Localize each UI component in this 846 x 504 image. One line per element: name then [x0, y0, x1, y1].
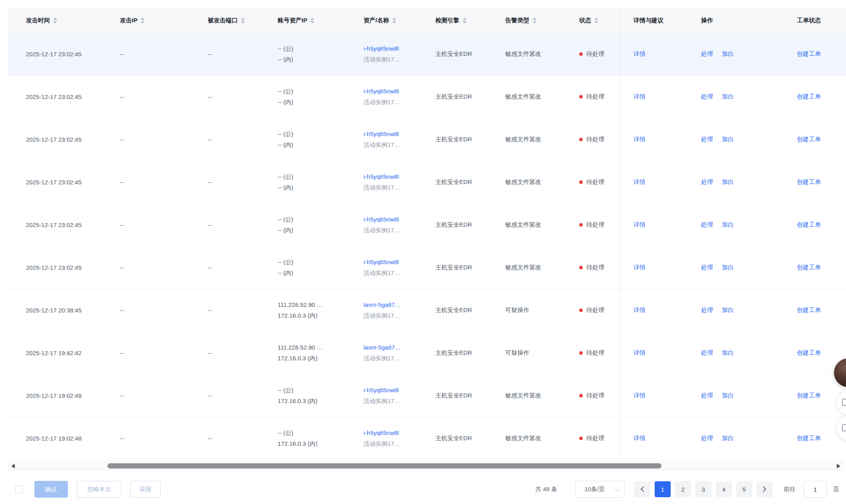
page-button-4[interactable]: 4 — [716, 481, 732, 497]
create-ticket-link[interactable]: 创建工单 — [797, 178, 821, 185]
page-button-3[interactable]: 3 — [695, 481, 711, 497]
handle-link[interactable]: 处理 — [701, 50, 713, 57]
whitelist-link[interactable]: 加白 — [722, 435, 734, 441]
asset-id-link[interactable]: i-h5yq65nw8l — [363, 130, 399, 137]
scroll-left-arrow-icon[interactable] — [11, 464, 15, 468]
cell-attack-ip: -- — [120, 392, 208, 399]
create-ticket-link[interactable]: 创建工单 — [797, 136, 821, 142]
detail-link[interactable]: 详情 — [634, 136, 645, 143]
page-size-select[interactable]: 10条/页 — [575, 481, 625, 498]
asset-id-link[interactable]: i-h5yq65nw8l — [363, 429, 399, 436]
status-label: 待处理 — [586, 264, 604, 271]
sort-icon[interactable] — [463, 18, 467, 24]
asset-id-link[interactable]: i-h5yq65nw8l — [363, 88, 399, 95]
column-header-attack-time[interactable]: 攻击时间 — [8, 17, 120, 24]
detail-link[interactable]: 详情 — [634, 93, 645, 101]
column-header-alert-type[interactable]: 告警类型 — [505, 17, 579, 24]
page-button-5[interactable]: 5 — [736, 481, 752, 497]
handle-link[interactable]: 处理 — [701, 93, 713, 100]
create-ticket-link[interactable]: 创建工单 — [797, 392, 821, 399]
asset-id-link[interactable]: i-h5yq65nw8l — [363, 173, 399, 180]
handle-link[interactable]: 处理 — [701, 264, 713, 271]
sort-icon[interactable] — [594, 18, 598, 24]
cell-account-asset-ip: 111.228.52.90 … 172.16.0.3 (内) — [278, 342, 363, 364]
whitelist-link[interactable]: 加白 — [722, 178, 734, 185]
detail-link[interactable]: 详情 — [634, 392, 645, 399]
create-ticket-link[interactable]: 创建工单 — [797, 221, 821, 228]
column-label: 被攻击端口 — [208, 17, 238, 24]
asset-id-link[interactable]: i-h5yq65nw8l — [363, 216, 399, 223]
cell-attacked-port: -- — [208, 93, 278, 100]
next-page-button[interactable] — [757, 481, 773, 497]
handle-link[interactable]: 处理 — [701, 136, 713, 142]
cell-attacked-port: -- — [208, 264, 278, 271]
detail-link[interactable]: 详情 — [634, 306, 645, 314]
column-header-account-asset-ip[interactable]: 账号资产IP — [278, 17, 363, 24]
confirm-button[interactable]: 确认 — [34, 481, 68, 498]
detail-link[interactable]: 详情 — [634, 221, 645, 229]
sort-icon[interactable] — [141, 18, 145, 24]
handle-link[interactable]: 处理 — [701, 306, 713, 313]
column-header-attacked-port[interactable]: 被攻击端口 — [208, 17, 278, 24]
whitelist-link[interactable]: 加白 — [722, 221, 734, 228]
false-report-button[interactable]: 误报 — [130, 481, 161, 498]
asset-id-link[interactable]: i-h5yq65nw8l — [363, 45, 399, 52]
create-ticket-link[interactable]: 创建工单 — [797, 349, 821, 356]
table-row: 2025-12-17 19:42:42 -- -- 111.228.52.90 … — [8, 332, 846, 374]
handle-link[interactable]: 处理 — [701, 221, 713, 228]
scroll-right-arrow-icon[interactable] — [837, 464, 840, 468]
sort-icon[interactable] — [532, 18, 536, 24]
create-ticket-link[interactable]: 创建工单 — [797, 264, 821, 271]
whitelist-link[interactable]: 加白 — [722, 392, 734, 399]
handle-link[interactable]: 处理 — [701, 392, 713, 399]
column-label: 工单状态 — [797, 17, 821, 24]
column-header-asset-name[interactable]: 资产/名称 — [363, 17, 435, 24]
cell-ticket-status: 创建工单 — [784, 264, 846, 271]
whitelist-link[interactable]: 加白 — [722, 50, 734, 57]
asset-alias: 活动实例17… — [363, 54, 435, 65]
whitelist-link[interactable]: 加白 — [722, 136, 734, 142]
asset-id-link[interactable]: i-h5yq65nw8l — [363, 387, 399, 393]
handle-link[interactable]: 处理 — [701, 349, 713, 356]
status-label: 待处理 — [586, 136, 604, 143]
whitelist-link[interactable]: 加白 — [722, 349, 734, 356]
cell-attack-ip: -- — [120, 435, 208, 442]
detail-link[interactable]: 详情 — [634, 435, 645, 442]
column-header-attack-ip[interactable]: 攻击IP — [120, 17, 208, 24]
create-ticket-link[interactable]: 创建工单 — [797, 50, 821, 57]
whitelist-link[interactable]: 加白 — [722, 93, 734, 100]
whitelist-link[interactable]: 加白 — [722, 306, 734, 313]
whitelist-link[interactable]: 加白 — [722, 264, 734, 271]
sort-icon[interactable] — [241, 18, 245, 24]
handle-link[interactable]: 处理 — [701, 435, 713, 441]
goto-page-input[interactable] — [804, 481, 827, 498]
sort-icon[interactable] — [310, 18, 314, 24]
detail-link[interactable]: 详情 — [634, 264, 645, 271]
horizontal-scrollbar[interactable] — [8, 461, 844, 470]
cell-asset-name: i-h5yq65nw8l 活动实例17… — [363, 128, 435, 150]
prev-page-button[interactable] — [634, 481, 650, 497]
create-ticket-link[interactable]: 创建工单 — [797, 93, 821, 100]
handle-link[interactable]: 处理 — [701, 178, 713, 185]
cell-account-asset-ip: -- (公) -- (内) — [278, 257, 363, 278]
select-all-checkbox[interactable] — [15, 485, 23, 493]
sort-icon[interactable] — [53, 18, 57, 24]
detail-link[interactable]: 详情 — [634, 178, 645, 186]
public-ip: -- (公) — [278, 427, 363, 438]
detail-link[interactable]: 详情 — [634, 50, 645, 58]
detail-link[interactable]: 详情 — [634, 349, 645, 357]
column-header-status[interactable]: 状态 — [579, 17, 620, 24]
scrollbar-thumb[interactable] — [107, 463, 661, 468]
asset-id-link[interactable]: lavm-5ga87… — [363, 301, 401, 308]
sort-icon[interactable] — [392, 18, 396, 24]
page-button-2[interactable]: 2 — [675, 481, 691, 497]
create-ticket-link[interactable]: 创建工单 — [797, 435, 821, 441]
create-ticket-link[interactable]: 创建工单 — [797, 306, 821, 313]
asset-id-link[interactable]: lavm-5ga87… — [363, 344, 401, 351]
ignore-once-button[interactable]: 忽略本次 — [77, 481, 121, 498]
column-header-detection-engine[interactable]: 检测引擎 — [435, 17, 505, 24]
page-button-1[interactable]: 1 — [655, 481, 671, 497]
asset-id-link[interactable]: i-h5yq65nw8l — [363, 259, 399, 265]
public-ip: -- (公) — [278, 171, 363, 182]
cell-attack-ip: -- — [120, 350, 208, 356]
